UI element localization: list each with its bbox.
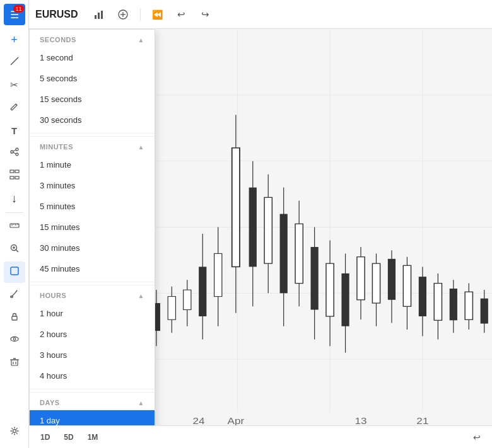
seconds-chevron-icon: ▲ (138, 37, 144, 43)
svg-rect-66 (214, 253, 222, 296)
arrow-down-icon: ↓ (11, 192, 17, 205)
svg-text:21: 21 (416, 416, 428, 425)
rewind-button[interactable]: ⏪ (148, 5, 167, 24)
svg-rect-94 (434, 284, 442, 321)
seconds-section-header[interactable]: SECONDS ▲ (30, 30, 155, 47)
hierarchy-icon (9, 169, 20, 182)
hierarchy-button[interactable] (4, 165, 25, 187)
divider-2 (30, 282, 155, 282)
svg-rect-8 (15, 170, 19, 173)
minutes-section-header[interactable]: MINUTES ▲ (30, 136, 155, 154)
text-button[interactable]: T (4, 120, 25, 141)
dropdown-item-30minutes[interactable]: 30 minutes (30, 238, 155, 258)
notification-badge: 11 (13, 5, 23, 13)
dropdown-item-5minutes[interactable]: 5 minutes (30, 196, 155, 217)
divider-1 (30, 133, 155, 134)
chart-type-button[interactable] (90, 5, 108, 24)
cursor-button[interactable] (4, 261, 25, 283)
timeframe-1m-button[interactable]: 1M (83, 431, 103, 444)
svg-rect-72 (264, 197, 272, 263)
svg-rect-92 (419, 277, 426, 316)
timeframe-1d-button[interactable]: 1D (35, 431, 55, 444)
lock-button[interactable] (4, 307, 25, 328)
svg-rect-100 (481, 299, 488, 324)
dropdown-item-15minutes[interactable]: 15 minutes (30, 217, 155, 238)
node-button[interactable] (4, 142, 25, 164)
symbol-title: EURUSD (35, 9, 78, 20)
dropdown-item-3hours[interactable]: 3 hours (30, 345, 155, 365)
app-container: ☰ 11 + ✂ T (0, 0, 492, 448)
indicator-icon (117, 9, 129, 20)
svg-rect-7 (10, 170, 14, 173)
svg-rect-80 (326, 263, 334, 316)
dropdown-item-1minute[interactable]: 1 minute (30, 154, 155, 175)
svg-point-2 (11, 151, 13, 153)
dropdown-item-1day[interactable]: 1 day (30, 410, 155, 425)
divider-3 (30, 389, 155, 389)
days-chevron-icon: ▲ (138, 399, 144, 406)
redo-icon: ↪ (201, 9, 209, 20)
dropdown-item-30seconds[interactable]: 30 seconds (30, 110, 155, 130)
svg-line-1 (16, 104, 17, 105)
menu-button[interactable]: ☰ 11 (4, 4, 25, 25)
trash-button[interactable] (4, 352, 25, 374)
timeframe-5d-button[interactable]: 5D (59, 431, 78, 444)
pencil-button[interactable] (4, 97, 25, 118)
crosshair-button[interactable]: + (4, 29, 25, 50)
hours-section-header[interactable]: HOURS ▲ (30, 285, 155, 303)
days-section-header[interactable]: DAYS ▲ (30, 392, 155, 410)
svg-point-24 (13, 338, 16, 340)
brush-icon (9, 289, 20, 301)
bottom-return-button[interactable]: ↩ (468, 428, 486, 446)
pencil-icon (9, 101, 20, 114)
arrow-button[interactable]: ↓ (4, 188, 25, 209)
dropdown-item-3minutes[interactable]: 3 minutes (30, 175, 155, 196)
svg-rect-90 (403, 265, 411, 306)
ruler-button[interactable] (4, 216, 25, 238)
svg-line-17 (16, 250, 18, 253)
svg-rect-20 (11, 267, 18, 275)
svg-text:13: 13 (355, 416, 367, 425)
zoom-button[interactable] (4, 239, 25, 260)
svg-rect-68 (232, 148, 240, 267)
redo-button[interactable]: ↪ (196, 5, 215, 24)
topbar-separator (140, 8, 141, 21)
brush-button[interactable] (4, 284, 25, 306)
dropdown-item-45minutes[interactable]: 45 minutes (30, 258, 155, 279)
days-label: DAYS (40, 399, 60, 406)
svg-rect-33 (101, 11, 103, 19)
svg-rect-88 (388, 259, 395, 300)
undo-icon: ↩ (177, 9, 185, 20)
svg-rect-64 (199, 267, 206, 316)
svg-rect-96 (450, 289, 457, 320)
dropdown-item-5seconds[interactable]: 5 seconds (30, 68, 155, 89)
dropdown-item-2hours[interactable]: 2 hours (30, 324, 155, 345)
trash-icon (9, 357, 20, 369)
dropdown-item-15seconds[interactable]: 15 seconds (30, 89, 155, 110)
svg-point-3 (16, 148, 18, 151)
top-bar: EURUSD ⏪ ↩ (29, 0, 492, 29)
minutes-chevron-icon: ▲ (138, 144, 144, 151)
settings-button[interactable] (4, 422, 25, 443)
eye-button[interactable] (4, 330, 25, 351)
dropdown-item-1hour[interactable]: 1 hour (30, 303, 155, 324)
scissors-button[interactable]: ✂ (4, 74, 25, 96)
scissors-icon: ✂ (10, 79, 18, 91)
dropdown-item-4hours[interactable]: 4 hours (30, 365, 155, 386)
undo-button[interactable]: ↩ (172, 5, 191, 24)
svg-rect-9 (10, 176, 14, 179)
main-content: EURUSD ⏪ ↩ (29, 0, 492, 448)
svg-rect-25 (11, 360, 18, 365)
svg-rect-74 (280, 214, 288, 294)
cursor-icon (9, 266, 20, 279)
svg-rect-32 (98, 13, 100, 19)
toolbar-divider-1 (6, 212, 23, 213)
dropdown-item-1second[interactable]: 1 second (30, 47, 155, 68)
svg-line-0 (11, 57, 18, 65)
line-button[interactable] (4, 52, 25, 73)
add-indicator-button[interactable] (114, 5, 132, 24)
svg-rect-78 (311, 247, 319, 310)
zoom-icon (9, 243, 20, 256)
timeframe-dropdown: SECONDS ▲ 1 second 5 seconds 15 seconds … (29, 29, 155, 425)
hours-label: HOURS (40, 292, 66, 299)
